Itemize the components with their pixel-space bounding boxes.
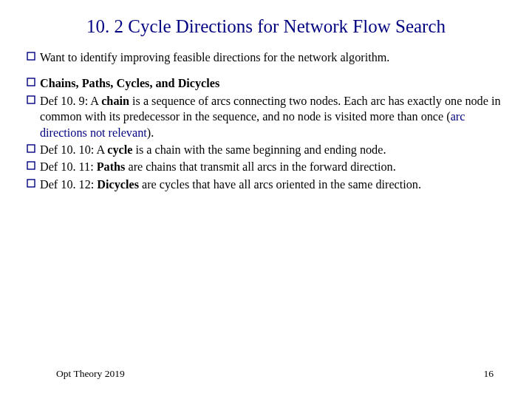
bullet-item: Def 10. 10: A cycle is a chain with the …	[27, 143, 505, 158]
bullet-list: Want to identify improving feasible dire…	[27, 50, 505, 193]
bullet-text: Chains, Paths, Cycles, and Dicycles	[40, 76, 505, 92]
bullet-item: Def 10. 11: Paths are chains that transm…	[27, 160, 505, 175]
svg-rect-0	[27, 52, 35, 60]
bullet-item: Def 10. 9: A chain is a sequence of arcs…	[27, 94, 505, 141]
svg-rect-1	[27, 78, 35, 86]
bullet-marker-icon	[27, 76, 35, 92]
bullet-text: Def 10. 11: Paths are chains that transm…	[40, 160, 505, 175]
slide: 10. 2 Cycle Directions for Network Flow …	[0, 0, 532, 399]
bullet-marker-icon	[27, 177, 35, 193]
bullet-item: Chains, Paths, Cycles, and Dicycles	[27, 76, 505, 92]
bullet-text: Def 10. 12: Dicycles are cycles that hav…	[40, 177, 505, 193]
bullet-marker-icon	[27, 160, 35, 175]
svg-rect-4	[27, 162, 35, 169]
bullet-text: Def 10. 9: A chain is a sequence of arcs…	[40, 94, 505, 141]
footer-right: 16	[484, 368, 494, 380]
svg-rect-3	[27, 145, 35, 152]
spacer	[27, 67, 505, 76]
bullet-item: Want to identify improving feasible dire…	[27, 50, 505, 66]
bullet-text: Def 10. 10: A cycle is a chain with the …	[40, 143, 505, 158]
bullet-text: Want to identify improving feasible dire…	[40, 50, 505, 66]
bullet-item: Def 10. 12: Dicycles are cycles that hav…	[27, 177, 505, 193]
svg-rect-2	[27, 96, 35, 103]
bullet-marker-icon	[27, 50, 35, 66]
footer-left: Opt Theory 2019	[56, 368, 125, 380]
bullet-marker-icon	[27, 94, 35, 141]
bullet-marker-icon	[27, 143, 35, 158]
slide-title: 10. 2 Cycle Directions for Network Flow …	[27, 16, 505, 37]
svg-rect-5	[27, 180, 35, 187]
